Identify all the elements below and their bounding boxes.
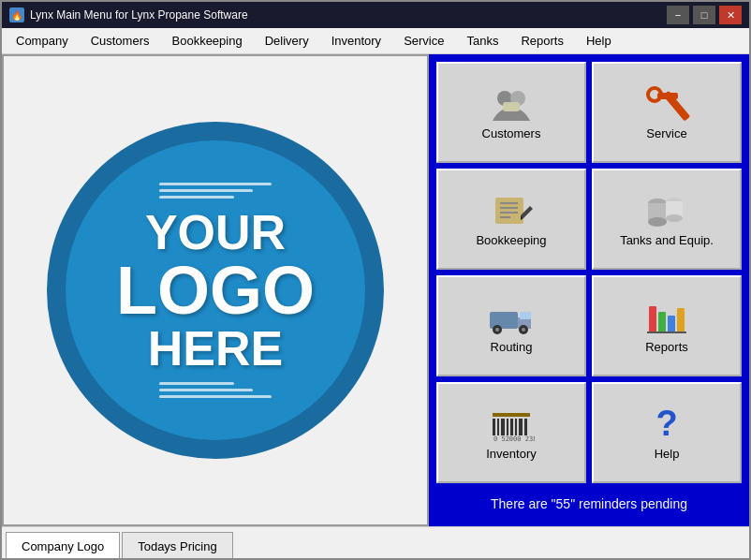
tanks-button[interactable]: Tanks and Equip. xyxy=(592,169,742,270)
svg-rect-38 xyxy=(519,419,523,435)
logo-lines-bottom xyxy=(159,382,272,398)
logo-here-text: HERE xyxy=(116,324,315,373)
menu-company[interactable]: Company xyxy=(6,30,79,52)
svg-rect-29 xyxy=(677,308,685,332)
logo-text: YOUR LOGO HERE xyxy=(116,208,315,373)
svg-point-25 xyxy=(522,328,525,332)
menu-customers[interactable]: Customers xyxy=(81,30,160,52)
reports-icon xyxy=(643,299,690,336)
routing-icon xyxy=(488,299,535,336)
menu-service[interactable]: Service xyxy=(393,30,454,52)
svg-rect-34 xyxy=(501,419,505,435)
window-title: Lynx Main Menu for Lynx Propane Software xyxy=(30,8,248,22)
service-button[interactable]: Service xyxy=(592,62,742,163)
logo-line-1 xyxy=(159,183,272,185)
routing-button[interactable]: Routing xyxy=(436,275,586,376)
logo-logo-text: LOGO xyxy=(116,257,315,324)
maximize-button[interactable]: □ xyxy=(693,6,715,24)
logo-line-5 xyxy=(159,389,253,391)
bookkeeping-button[interactable]: Bookkeeping xyxy=(436,169,586,270)
inventory-icon: 0 52000 23876 xyxy=(488,405,535,443)
service-icon xyxy=(643,85,690,123)
logo-line-3 xyxy=(159,196,234,199)
bookkeeping-label: Bookkeeping xyxy=(476,233,546,247)
menu-tanks[interactable]: Tanks xyxy=(456,30,508,52)
app-icon: 🔥 xyxy=(9,7,24,22)
logo-line-2 xyxy=(159,189,253,192)
logo-panel: YOUR LOGO HERE xyxy=(2,54,429,526)
tanks-label: Tanks and Equip. xyxy=(620,233,714,247)
svg-rect-2 xyxy=(503,102,520,111)
customers-label: Customers xyxy=(482,126,541,140)
menu-inventory[interactable]: Inventory xyxy=(321,30,391,52)
svg-rect-32 xyxy=(493,419,495,435)
svg-point-23 xyxy=(495,328,499,332)
svg-rect-6 xyxy=(495,198,523,224)
service-label: Service xyxy=(646,126,686,140)
logo-line-6 xyxy=(159,395,272,398)
svg-rect-36 xyxy=(510,419,513,435)
svg-rect-28 xyxy=(668,316,675,332)
menu-help[interactable]: Help xyxy=(576,30,622,52)
svg-rect-5 xyxy=(657,93,678,99)
bottom-tabs: Company LogoTodays Pricing xyxy=(2,526,749,560)
logo-lines-top xyxy=(159,183,272,199)
svg-rect-39 xyxy=(524,419,527,435)
svg-rect-37 xyxy=(515,419,517,435)
right-panel: Customers Service xyxy=(429,54,749,526)
tanks-icon xyxy=(643,192,690,229)
svg-rect-35 xyxy=(507,419,508,435)
window-controls: − □ ✕ xyxy=(667,6,742,24)
help-label: Help xyxy=(655,447,680,461)
logo-your-text: YOUR xyxy=(116,208,315,257)
logo-inner-circle: YOUR LOGO HERE xyxy=(66,140,365,440)
menu-bar: CompanyCustomersBookkeepingDeliveryInven… xyxy=(2,28,749,54)
svg-rect-31 xyxy=(493,413,530,417)
svg-rect-21 xyxy=(520,312,531,319)
inventory-button[interactable]: 0 52000 23876 Inventory xyxy=(436,382,586,483)
main-content: YOUR LOGO HERE xyxy=(2,54,749,526)
svg-rect-26 xyxy=(649,306,656,332)
svg-rect-27 xyxy=(658,312,666,332)
menu-delivery[interactable]: Delivery xyxy=(255,30,319,52)
help-icon: ? xyxy=(643,405,690,443)
customers-button[interactable]: Customers xyxy=(436,62,586,163)
svg-point-15 xyxy=(648,217,667,227)
customers-icon xyxy=(488,85,535,123)
reports-label: Reports xyxy=(645,340,688,354)
svg-rect-33 xyxy=(497,419,499,435)
title-bar: 🔥 Lynx Main Menu for Lynx Propane Softwa… xyxy=(2,2,749,28)
tab-todays-pricing[interactable]: Todays Pricing xyxy=(122,532,233,560)
button-grid: Customers Service xyxy=(436,62,742,483)
menu-bookkeeping[interactable]: Bookkeeping xyxy=(162,30,253,52)
logo-line-4 xyxy=(159,382,234,385)
bookkeeping-icon xyxy=(488,192,535,229)
inventory-label: Inventory xyxy=(486,447,536,461)
routing-label: Routing xyxy=(491,340,533,354)
svg-rect-19 xyxy=(490,312,518,329)
close-button[interactable]: ✕ xyxy=(719,6,742,24)
tab-company-logo[interactable]: Company Logo xyxy=(6,532,120,560)
help-button[interactable]: ? Help xyxy=(592,382,742,483)
svg-text:0 52000 23876: 0 52000 23876 xyxy=(493,435,535,443)
reminders-text: There are "55" reminders pending xyxy=(436,489,742,519)
logo-outer-circle: YOUR LOGO HERE xyxy=(47,122,384,459)
minimize-button[interactable]: − xyxy=(667,6,689,24)
reports-button[interactable]: Reports xyxy=(592,275,742,376)
svg-point-18 xyxy=(666,214,683,222)
menu-reports[interactable]: Reports xyxy=(510,30,574,52)
